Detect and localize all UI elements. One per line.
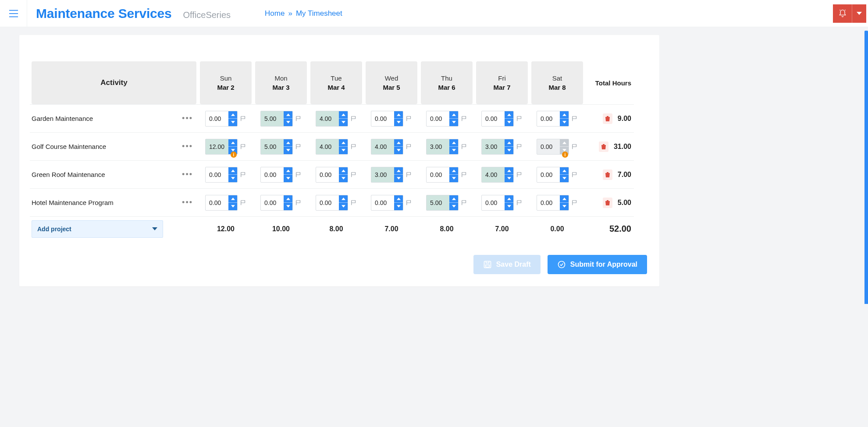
hour-field[interactable] bbox=[260, 111, 293, 127]
note-icon[interactable] bbox=[295, 144, 302, 150]
hour-input[interactable] bbox=[537, 111, 560, 126]
hour-input[interactable] bbox=[427, 195, 449, 210]
step-down[interactable] bbox=[505, 146, 513, 154]
hour-input[interactable] bbox=[206, 139, 228, 154]
row-menu-button[interactable]: ••• bbox=[178, 140, 196, 153]
note-icon[interactable] bbox=[461, 200, 467, 206]
hour-field[interactable] bbox=[316, 111, 348, 127]
step-up[interactable] bbox=[394, 111, 403, 119]
hour-input[interactable] bbox=[261, 111, 284, 126]
step-down[interactable] bbox=[560, 174, 569, 182]
note-icon[interactable] bbox=[572, 200, 578, 206]
hour-input[interactable] bbox=[537, 139, 560, 154]
note-icon[interactable] bbox=[351, 116, 357, 122]
step-up[interactable] bbox=[284, 111, 292, 119]
hour-field[interactable] bbox=[371, 139, 403, 155]
hour-input[interactable] bbox=[316, 111, 339, 126]
step-down[interactable] bbox=[394, 118, 403, 126]
hour-field[interactable] bbox=[426, 195, 459, 211]
step-down[interactable] bbox=[284, 202, 292, 210]
hour-input[interactable] bbox=[427, 111, 449, 126]
step-down[interactable] bbox=[505, 174, 513, 182]
step-up[interactable] bbox=[228, 139, 237, 147]
note-icon[interactable] bbox=[240, 200, 246, 206]
step-up[interactable] bbox=[449, 195, 458, 203]
step-up[interactable] bbox=[339, 139, 348, 147]
step-up[interactable] bbox=[228, 167, 237, 175]
hour-input[interactable] bbox=[482, 195, 505, 210]
note-icon[interactable] bbox=[572, 144, 578, 150]
note-icon[interactable] bbox=[295, 200, 302, 206]
step-up[interactable] bbox=[449, 139, 458, 147]
step-up[interactable] bbox=[505, 195, 513, 203]
step-up[interactable] bbox=[449, 167, 458, 175]
step-up[interactable] bbox=[560, 167, 569, 175]
hour-input[interactable] bbox=[261, 167, 284, 182]
note-icon[interactable] bbox=[351, 172, 357, 178]
hour-input[interactable] bbox=[427, 167, 449, 182]
hour-field[interactable] bbox=[481, 195, 514, 211]
row-menu-button[interactable]: ••• bbox=[178, 112, 196, 125]
hour-input[interactable] bbox=[482, 111, 505, 126]
step-up[interactable] bbox=[284, 167, 292, 175]
step-up[interactable] bbox=[339, 167, 348, 175]
step-down[interactable] bbox=[449, 118, 458, 126]
hour-field[interactable] bbox=[426, 167, 459, 183]
note-icon[interactable] bbox=[572, 116, 578, 122]
step-down[interactable] bbox=[339, 146, 348, 154]
note-icon[interactable] bbox=[406, 116, 412, 122]
note-icon[interactable] bbox=[351, 200, 357, 206]
step-up[interactable] bbox=[394, 167, 403, 175]
hour-input[interactable] bbox=[206, 111, 228, 126]
hour-field[interactable] bbox=[537, 167, 569, 183]
breadcrumb-home[interactable]: Home bbox=[265, 9, 285, 18]
hour-field[interactable] bbox=[205, 167, 238, 183]
submit-button[interactable]: Submit for Approval bbox=[548, 255, 647, 274]
hour-input[interactable] bbox=[371, 195, 394, 210]
step-down[interactable] bbox=[394, 174, 403, 182]
step-up[interactable] bbox=[284, 139, 292, 147]
hour-input[interactable] bbox=[316, 167, 339, 182]
hour-input[interactable] bbox=[371, 111, 394, 126]
notifications-button[interactable] bbox=[833, 4, 852, 23]
step-down[interactable] bbox=[339, 202, 348, 210]
hour-input[interactable] bbox=[316, 139, 339, 154]
hour-field[interactable] bbox=[481, 139, 514, 155]
delete-row-button[interactable] bbox=[603, 198, 612, 208]
step-down[interactable] bbox=[284, 174, 292, 182]
step-up[interactable] bbox=[505, 139, 513, 147]
hour-input[interactable] bbox=[537, 195, 560, 210]
note-icon[interactable] bbox=[295, 172, 302, 178]
step-down[interactable] bbox=[449, 146, 458, 154]
step-up[interactable] bbox=[505, 111, 513, 119]
step-down[interactable] bbox=[560, 202, 569, 210]
step-down[interactable] bbox=[505, 118, 513, 126]
step-up[interactable] bbox=[339, 111, 348, 119]
step-up[interactable] bbox=[560, 195, 569, 203]
note-icon[interactable] bbox=[516, 116, 523, 122]
note-icon[interactable] bbox=[516, 200, 523, 206]
step-up[interactable] bbox=[339, 195, 348, 203]
note-icon[interactable] bbox=[406, 144, 412, 150]
hour-input[interactable] bbox=[371, 167, 394, 182]
step-down[interactable] bbox=[339, 118, 348, 126]
step-down[interactable] bbox=[339, 174, 348, 182]
step-up[interactable] bbox=[228, 111, 237, 119]
notifications-dropdown[interactable] bbox=[852, 4, 866, 23]
step-up[interactable] bbox=[394, 139, 403, 147]
note-icon[interactable] bbox=[295, 116, 302, 122]
step-up[interactable] bbox=[449, 111, 458, 119]
step-down[interactable] bbox=[228, 118, 237, 126]
hour-field[interactable] bbox=[260, 167, 293, 183]
step-down[interactable] bbox=[284, 146, 292, 154]
step-up[interactable] bbox=[284, 195, 292, 203]
note-icon[interactable] bbox=[240, 144, 246, 150]
hour-input[interactable] bbox=[206, 167, 228, 182]
step-up[interactable] bbox=[560, 139, 569, 147]
note-icon[interactable] bbox=[461, 144, 467, 150]
hour-field[interactable] bbox=[537, 111, 569, 127]
hour-input[interactable] bbox=[371, 139, 394, 154]
hour-field[interactable] bbox=[316, 139, 348, 155]
step-up[interactable] bbox=[228, 195, 237, 203]
step-up[interactable] bbox=[505, 167, 513, 175]
